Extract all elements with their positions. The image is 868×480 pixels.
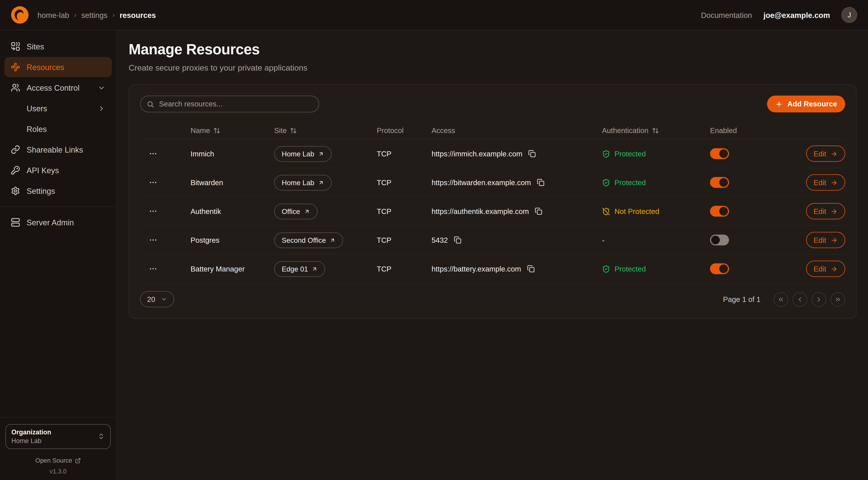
edit-button[interactable]: Edit — [806, 146, 845, 162]
breadcrumb-current: resources — [120, 11, 156, 19]
previous-page-button[interactable] — [793, 292, 807, 307]
sidebar-divider — [0, 206, 116, 207]
sidebar-item-api-keys[interactable]: API Keys — [4, 160, 112, 180]
site-name: Office — [282, 207, 300, 215]
copy-icon[interactable] — [453, 235, 463, 245]
version-label: v1.3.0 — [5, 468, 111, 475]
open-source-link[interactable]: Open Source — [5, 457, 111, 464]
sidebar-item-label: Access Control — [27, 84, 80, 92]
site-link-badge[interactable]: Second Office — [274, 232, 343, 248]
site-link-badge[interactable]: Home Lab — [274, 146, 332, 161]
site-name: Second Office — [282, 236, 326, 244]
enabled-toggle[interactable] — [710, 177, 729, 188]
sidebar-item-roles[interactable]: Roles — [4, 119, 112, 139]
column-header-protocol: Protocol — [377, 126, 404, 134]
column-header-authentication[interactable]: Authentication — [602, 126, 659, 134]
breadcrumb-org[interactable]: home-lab — [37, 11, 69, 19]
last-page-button[interactable] — [831, 292, 845, 307]
site-link-badge[interactable]: Office — [274, 204, 317, 219]
table-row: Postgres Second Office TCP 5432 - — [140, 226, 845, 254]
sites-icon — [11, 42, 20, 51]
chevrons-right-icon — [834, 296, 841, 303]
toggle-thumb — [719, 178, 728, 187]
row-actions-button[interactable] — [147, 147, 160, 160]
sidebar-item-users[interactable]: Users — [4, 98, 112, 118]
copy-icon[interactable] — [527, 149, 537, 158]
page-size-select[interactable]: 20 — [140, 291, 174, 307]
user-email[interactable]: joe@example.com — [764, 11, 830, 19]
protocol-value: TCP — [377, 265, 392, 273]
arrow-right-icon — [831, 179, 838, 186]
server-icon — [11, 218, 20, 227]
copy-icon[interactable] — [536, 178, 546, 187]
documentation-link[interactable]: Documentation — [701, 11, 752, 19]
first-page-button[interactable] — [774, 292, 788, 307]
edit-button[interactable]: Edit — [806, 203, 845, 219]
add-resource-button[interactable]: Add Resource — [767, 96, 845, 112]
edit-button[interactable]: Edit — [806, 174, 845, 190]
search-input[interactable] — [140, 96, 319, 112]
resource-name: Immich — [190, 150, 214, 158]
copy-icon[interactable] — [534, 206, 544, 216]
toggle-thumb — [719, 149, 728, 158]
site-link-badge[interactable]: Home Lab — [274, 175, 332, 190]
edit-label: Edit — [813, 207, 826, 215]
sidebar-item-settings[interactable]: Settings — [4, 181, 112, 201]
sidebar-item-server-admin[interactable]: Server Admin — [4, 212, 112, 232]
avatar[interactable]: J — [841, 7, 857, 23]
protocol-value: TCP — [377, 236, 392, 244]
enabled-toggle[interactable] — [710, 148, 729, 159]
row-actions-button[interactable] — [147, 205, 160, 218]
sort-icon — [652, 127, 659, 134]
row-actions-button[interactable] — [147, 234, 160, 246]
auth-status-label: - — [602, 236, 604, 244]
access-url: https://authentik.example.com — [432, 207, 529, 215]
edit-label: Edit — [813, 236, 826, 244]
edit-button[interactable]: Edit — [806, 261, 845, 277]
organization-selector[interactable]: Organization Home Lab — [5, 424, 111, 449]
access-url: https://immich.example.com — [432, 150, 522, 158]
site-link-badge[interactable]: Edge 01 — [274, 261, 326, 277]
chevron-down-icon — [98, 84, 105, 92]
pagination-controls: Page 1 of 1 — [723, 292, 845, 307]
sidebar-item-sites[interactable]: Sites — [4, 36, 112, 57]
protocol-value: TCP — [377, 207, 392, 215]
organization-value: Home Lab — [11, 437, 98, 445]
organization-label: Organization — [11, 428, 98, 437]
copy-icon[interactable] — [526, 264, 536, 274]
edit-button[interactable]: Edit — [806, 232, 845, 248]
protocol-value: TCP — [377, 178, 392, 187]
users-icon — [11, 83, 20, 92]
access-url: https://bitwarden.example.com — [432, 178, 531, 187]
resource-name: Authentik — [190, 207, 221, 215]
row-actions-button[interactable] — [147, 262, 160, 275]
sidebar-item-resources[interactable]: Resources — [4, 57, 112, 77]
breadcrumb-settings[interactable]: settings — [81, 11, 107, 19]
gear-icon — [11, 186, 20, 196]
ellipsis-icon — [149, 236, 157, 244]
enabled-toggle[interactable] — [710, 263, 729, 274]
column-header-site[interactable]: Site — [274, 126, 297, 134]
sort-icon — [290, 127, 297, 134]
pangolin-logo-icon[interactable] — [11, 6, 29, 24]
enabled-toggle[interactable] — [710, 235, 729, 245]
shield-check-icon — [602, 178, 610, 187]
auth-status-label: Protected — [615, 178, 646, 187]
link-icon — [11, 145, 20, 154]
sidebar-item-shareable-links[interactable]: Shareable Links — [4, 140, 112, 160]
sidebar-item-label: Shareable Links — [27, 145, 83, 154]
toggle-thumb — [711, 236, 720, 244]
enabled-toggle[interactable] — [710, 206, 729, 217]
protocol-value: TCP — [377, 150, 392, 158]
breadcrumb-separator: › — [112, 11, 115, 19]
site-name: Edge 01 — [282, 265, 308, 273]
ellipsis-icon — [149, 178, 157, 187]
sidebar-footer: Organization Home Lab Open Source v1.3.0 — [0, 417, 116, 480]
column-header-name[interactable]: Name — [190, 126, 220, 134]
next-page-button[interactable] — [811, 292, 826, 307]
resource-name: Battery Manager — [190, 265, 245, 273]
app-window: home-lab › settings › resources Document… — [0, 0, 868, 480]
sidebar-item-access-control[interactable]: Access Control — [4, 78, 112, 98]
shield-check-icon — [602, 150, 610, 158]
row-actions-button[interactable] — [147, 176, 160, 189]
